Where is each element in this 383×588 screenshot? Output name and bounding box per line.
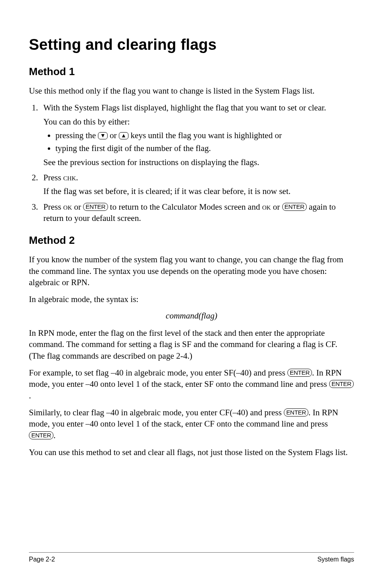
step1-bullets: pressing the ▼ or ▲ keys until the flag … (43, 130, 354, 154)
bullet1-mid: or (108, 131, 119, 140)
method2-p1: If you know the number of the system fla… (29, 254, 354, 288)
up-arrow-key-icon: ▲ (119, 132, 128, 139)
step1-text-a: With the System Flags list displayed, hi… (43, 103, 326, 112)
method1-heading: Method 1 (29, 65, 354, 78)
step2-text-b: If the flag was set before, it is cleare… (43, 186, 354, 197)
method1-steps: With the System Flags list displayed, hi… (29, 102, 354, 224)
enter-key-icon-2: ENTER (282, 203, 307, 211)
step2-post: . (76, 173, 78, 182)
syntax-line: command(flag) (29, 311, 354, 321)
step1-text-c: See the previous section for instruction… (43, 157, 354, 168)
method2-heading: Method 2 (29, 234, 354, 247)
step3-or2: or (271, 202, 282, 212)
page: Setting and clearing flags Method 1 Use … (0, 0, 383, 588)
ok-softkey-1: ok (63, 202, 72, 212)
method2-p5: Similarly, to clear flag –40 in algebrai… (29, 407, 354, 441)
ok-softkey-2: ok (262, 202, 271, 212)
footer-right: System flags (317, 556, 354, 563)
method2-p4: For example, to set flag –40 in algebrai… (29, 367, 354, 401)
step-1: With the System Flags list displayed, hi… (40, 102, 354, 168)
step3-pre: Press (43, 202, 63, 212)
step2-pre: Press (43, 173, 63, 182)
method2-p3: In RPN mode, enter the flag on the first… (29, 327, 354, 361)
chk-softkey: chk (63, 173, 76, 182)
page-title: Setting and clearing flags (29, 36, 354, 53)
bullet-press-keys: pressing the ▼ or ▲ keys until the flag … (55, 130, 354, 141)
step1-text-b: You can do this by either: (43, 116, 354, 127)
step3-mid: to return to the Calculator Modes screen… (108, 202, 262, 212)
enter-key-icon-3: ENTER (287, 369, 312, 377)
step-3: Press ok or ENTER to return to the Calcu… (40, 201, 354, 224)
bullet-type-digit: typing the first digit of the number of … (55, 143, 354, 154)
bullet1-pre: pressing the (55, 131, 98, 140)
enter-key-icon-4: ENTER (329, 380, 354, 388)
bullet1-post: keys until the flag you want is highligh… (128, 131, 282, 140)
method1-intro: Use this method only if the flag you wan… (29, 85, 354, 96)
down-arrow-key-icon: ▼ (98, 132, 108, 139)
enter-key-icon-5: ENTER (284, 408, 308, 416)
enter-key-icon-6: ENTER (29, 431, 53, 439)
p4-pre: For example, to set flag –40 in algebrai… (29, 368, 287, 378)
footer-left: Page 2-2 (29, 556, 55, 563)
method2-p6: You can use this method to set and clear… (29, 447, 354, 458)
p4-post: . (29, 391, 31, 400)
enter-key-icon-1: ENTER (83, 203, 108, 211)
step-2: Press chk. If the flag was set before, i… (40, 172, 354, 197)
step3-or1: or (72, 202, 83, 212)
p5-post: . (53, 431, 55, 440)
page-footer: Page 2-2 System flags (29, 552, 354, 563)
method2-p2: In algebraic mode, the syntax is: (29, 294, 354, 305)
p5-pre: Similarly, to clear flag –40 in algebrai… (29, 408, 284, 417)
